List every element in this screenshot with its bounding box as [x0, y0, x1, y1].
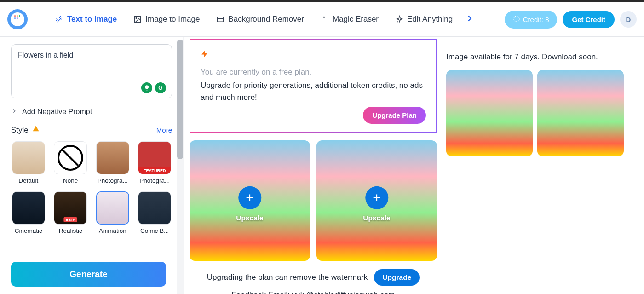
- chevron-right-icon: [11, 108, 17, 116]
- tab-image-to-image[interactable]: Image to Image: [133, 15, 200, 24]
- eraser-icon: [321, 15, 329, 23]
- style-heading: Style: [11, 125, 40, 135]
- center-panel: You are currently on a free plan. Upgrad…: [184, 37, 442, 294]
- tab-label: Background Remover: [228, 15, 304, 24]
- watermark-row: Upgrading the plan can remove the waterm…: [190, 269, 437, 286]
- image-icon: [133, 15, 142, 23]
- nav-tabs: Text to Image Image to Image Background …: [55, 13, 505, 26]
- plus-icon: +: [238, 186, 261, 209]
- sidebar-scrollbar[interactable]: [177, 40, 183, 294]
- prompt-input[interactable]: Flowers in a field G: [11, 44, 172, 98]
- tab-label: Text to Image: [67, 15, 117, 24]
- grammarly-icon[interactable]: G: [155, 82, 166, 93]
- upgrade-card: You are currently on a free plan. Upgrad…: [190, 39, 437, 133]
- header-actions: Credit: 8 Get Credit D: [505, 11, 637, 29]
- upgrade-button[interactable]: Upgrade: [374, 269, 420, 286]
- style-grid: Default None Photogra... FEATURED Photog…: [11, 141, 172, 234]
- upscale-button-1[interactable]: + Upscale: [236, 186, 263, 222]
- availability-text: Image available for 7 days. Download soo…: [446, 52, 635, 62]
- right-panel: Image available for 7 days. Download soo…: [442, 37, 644, 294]
- feedback-line: Feedback Email: yuki@stablediffusionweb.…: [190, 290, 437, 294]
- scissors-icon: [216, 15, 224, 23]
- generated-images: + Upscale + Upscale: [190, 140, 437, 261]
- style-animation[interactable]: Animation: [95, 191, 130, 234]
- style-comic[interactable]: Comic B...: [138, 191, 172, 234]
- add-negative-prompt[interactable]: Add Negative Prompt: [11, 108, 172, 116]
- generate-button[interactable]: Generate: [11, 262, 166, 287]
- user-avatar[interactable]: D: [620, 11, 637, 28]
- svg-rect-2: [218, 17, 224, 22]
- idea-icon[interactable]: [141, 82, 152, 93]
- tab-magic-eraser[interactable]: Magic Eraser: [321, 15, 379, 24]
- app-logo[interactable]: [7, 9, 28, 29]
- style-realistic[interactable]: BETA Realistic: [53, 191, 88, 234]
- generated-image-2[interactable]: + Upscale: [316, 140, 437, 261]
- history-image-2[interactable]: [537, 70, 624, 156]
- feedback-email-link[interactable]: yuki@stablediffusionweb.com: [292, 290, 395, 294]
- header: Text to Image Image to Image Background …: [0, 2, 644, 37]
- nav-scroll-right[interactable]: [465, 13, 475, 26]
- style-default[interactable]: Default: [11, 141, 46, 184]
- tab-edit-anything[interactable]: Edit Anything: [395, 15, 453, 24]
- credit-button[interactable]: Credit: 8: [505, 11, 558, 29]
- svg-point-1: [136, 17, 137, 18]
- scrollbar-thumb[interactable]: [177, 40, 183, 159]
- credit-label: Credit: 8: [523, 16, 549, 23]
- generated-image-1[interactable]: + Upscale: [190, 140, 310, 261]
- get-credit-button[interactable]: Get Credit: [563, 11, 615, 28]
- plan-upsell-text: Upgrade for priority generations, additi…: [201, 80, 426, 103]
- coin-icon: [513, 15, 520, 24]
- upscale-button-2[interactable]: + Upscale: [363, 186, 390, 222]
- style-photography-1[interactable]: Photogra...: [95, 141, 130, 184]
- plan-status-text: You are currently on a free plan.: [201, 68, 426, 77]
- prompt-text[interactable]: Flowers in a field: [18, 51, 165, 59]
- style-none[interactable]: None: [53, 141, 88, 184]
- tab-label: Edit Anything: [407, 15, 453, 24]
- tab-text-to-image[interactable]: Text to Image: [55, 15, 117, 24]
- svg-point-3: [514, 16, 519, 22]
- wand-icon: [55, 15, 63, 23]
- style-photography-2[interactable]: FEATURED Photogra...: [138, 141, 172, 184]
- history-image-1[interactable]: [446, 70, 533, 156]
- style-cinematic[interactable]: Cinematic: [11, 191, 46, 234]
- tab-label: Magic Eraser: [333, 15, 379, 24]
- plus-icon: +: [365, 186, 388, 209]
- tab-label: Image to Image: [145, 15, 200, 24]
- upgrade-plan-button[interactable]: Upgrade Plan: [363, 107, 426, 124]
- negative-label: Add Negative Prompt: [22, 108, 92, 116]
- sidebar: Flowers in a field G Add Negative Prompt…: [0, 37, 184, 294]
- warn-icon: [32, 125, 40, 135]
- tab-background-remover[interactable]: Background Remover: [216, 15, 304, 24]
- bolt-icon: [201, 49, 426, 61]
- history-images: [446, 70, 635, 156]
- sparkles-icon: [395, 15, 403, 23]
- style-more-link[interactable]: More: [156, 126, 172, 134]
- watermark-text: Upgrading the plan can remove the waterm…: [207, 273, 368, 282]
